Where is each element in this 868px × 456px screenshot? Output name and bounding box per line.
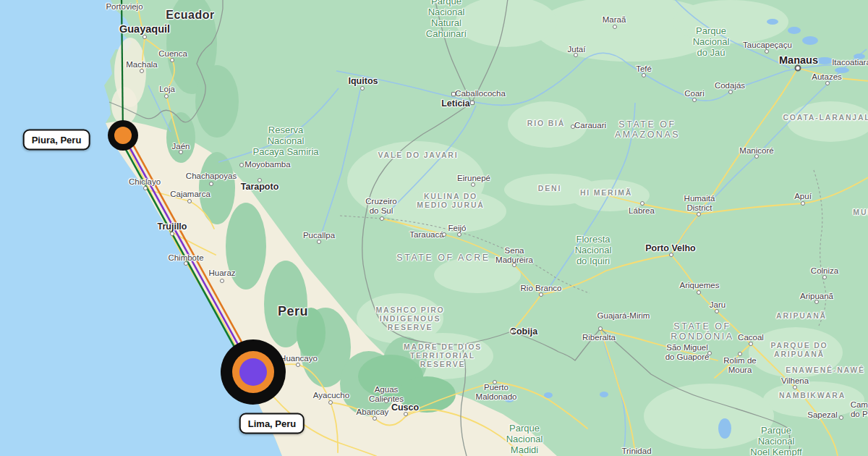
city-label-apui: Apuí bbox=[794, 192, 812, 201]
city-label-itacoatiara: Itacoatiara bbox=[832, 58, 868, 67]
area-label-coata-laranjal: COATA-LARANJAL bbox=[783, 113, 868, 122]
city-dot-tefe bbox=[642, 73, 646, 77]
city-dot-cajamarca bbox=[187, 199, 192, 203]
city-label-guayaquil: Guayaquil bbox=[119, 23, 170, 35]
city-dot-aguas-calientes bbox=[384, 399, 388, 403]
city-dot-cruzeiro-do-sul bbox=[380, 216, 384, 221]
city-label-chachapoyas: Chachapoyas bbox=[186, 172, 237, 181]
city-label-caballococha: Caballococha bbox=[455, 89, 506, 98]
area-label-hi-merima: HI MERIMÃ bbox=[580, 188, 632, 197]
city-label-camp-do-pa: Camp do Pa bbox=[851, 400, 868, 419]
area-label-mun: MUN bbox=[853, 208, 868, 216]
city-dot-cusco bbox=[404, 412, 408, 416]
city-dot-cobija bbox=[510, 329, 514, 334]
city-dot-autazes bbox=[825, 81, 830, 85]
city-dot-guajara-mirim bbox=[598, 326, 603, 331]
city-label-guajara-mirim: Guajará-Mirim bbox=[597, 311, 650, 321]
area-label-madre-de-dios-territorial-reserve: MADRE DE DIOS TERRITORIAL RESERVE bbox=[404, 342, 482, 368]
city-label-portoviejo: Portoviejo bbox=[106, 2, 142, 12]
country-label-ecuador: Ecuador bbox=[166, 9, 215, 22]
city-dot-codajas bbox=[728, 90, 733, 94]
city-dot-colniza bbox=[822, 275, 827, 279]
city-dot-manicore bbox=[754, 154, 759, 159]
map-canvas[interactable]: Reserva Nacional Pacaya SamiriaParque Na… bbox=[0, 0, 868, 456]
city-label-tarauaca: Tarauacá bbox=[409, 230, 443, 240]
city-dot-coari bbox=[692, 98, 697, 102]
marker-chip-piura: Piura, Peru bbox=[23, 130, 90, 151]
city-dot-abancay bbox=[373, 416, 377, 421]
marker-lima-ring-2 bbox=[239, 358, 267, 386]
area-label-mashco-piro-indigenous-reserve: MASHCO PIRO INDIGENOUS RESERVE bbox=[375, 305, 444, 332]
city-label-sao-miguel-do-guapore: São Miguel do Guaporé bbox=[665, 343, 710, 362]
area-label-deni: DENI bbox=[538, 184, 561, 193]
city-dot-eirunepe bbox=[471, 182, 475, 187]
marker-piura-ring-1 bbox=[114, 127, 132, 144]
map-labels: Reserva Nacional Pacaya SamiriaParque Na… bbox=[0, 0, 868, 456]
city-dot-moyobamba bbox=[239, 163, 244, 167]
city-dot-labrea bbox=[640, 201, 644, 206]
city-dot-rolim-de-moura bbox=[738, 352, 742, 356]
area-label-nambikwara: NAMBIKWARA bbox=[779, 391, 846, 400]
city-label-maraa: Maraã bbox=[603, 15, 626, 25]
city-label-ayacucho: Ayacucho bbox=[313, 391, 349, 400]
city-label-cajamarca: Cajamarca bbox=[170, 190, 210, 199]
city-dot-loja bbox=[164, 94, 169, 98]
city-dot-guayaquil bbox=[142, 35, 147, 39]
city-label-tarapoto: Tarapoto bbox=[241, 182, 279, 192]
city-dot-maraa bbox=[613, 25, 617, 29]
city-dot-leticia bbox=[470, 101, 475, 105]
city-dot-sena-madureira bbox=[512, 263, 516, 267]
area-label-parque-do-aripuana: PARQUE DO ARIPUANÃ bbox=[770, 341, 827, 358]
park-label-parque-nacional-natural-cahuinari: Parque Nacional Natural Cahuinarí bbox=[426, 0, 467, 40]
city-dot-iquitos bbox=[360, 86, 365, 90]
area-label-aripuana: ARIPUANÃ bbox=[776, 311, 827, 320]
city-dot-aripuana bbox=[814, 300, 819, 304]
area-label-kulina-do-medio-jurua: KULINA DO MEDIO JURUÁ bbox=[417, 192, 484, 209]
city-label-humaita-district: Humaitá District bbox=[684, 194, 715, 213]
city-dot-jaru bbox=[715, 309, 719, 313]
city-dot-trujillo bbox=[170, 232, 174, 236]
city-dot-cuenca bbox=[170, 58, 174, 62]
city-label-rolim-de-moura: Rolim de Moura bbox=[723, 356, 756, 375]
city-dot-jutai bbox=[574, 53, 578, 57]
city-dot-apui bbox=[801, 201, 805, 206]
area-label-vale-do-javari: VALE DO JAVARI bbox=[378, 151, 459, 159]
park-label-reserva-nacional-pacaya-samiria: Reserva Nacional Pacaya Samiria bbox=[252, 125, 318, 158]
city-dot-sapezal bbox=[839, 415, 843, 420]
city-label-feijo: Feijó bbox=[448, 224, 467, 233]
city-label-cruzeiro-do-sul: Cruzeiro do Sul bbox=[365, 197, 396, 216]
city-dot-huaraz bbox=[220, 279, 224, 283]
city-dot-vilhena bbox=[793, 385, 797, 389]
city-dot-puerto-maldonado bbox=[493, 380, 497, 384]
city-dot-manaus bbox=[795, 65, 801, 72]
city-label-iquitos: Iquitos bbox=[349, 76, 378, 86]
state-label-state-of-acre: STATE OF ACRE bbox=[396, 253, 490, 263]
city-dot-ariquemes bbox=[697, 290, 701, 295]
city-dot-tarauaca bbox=[442, 232, 446, 237]
park-label-floresta-nacional-do-iquiri: Floresta Nacional do Iquiri bbox=[575, 235, 612, 267]
country-label-peru: Peru bbox=[278, 304, 308, 319]
city-dot-feijo bbox=[457, 232, 461, 237]
city-label-labrea: Lábrea bbox=[629, 206, 655, 216]
city-dot-jaen bbox=[179, 150, 183, 154]
city-label-carauari: Carauari bbox=[574, 121, 606, 130]
city-dot-chiclayo bbox=[143, 186, 148, 190]
city-dot-pucallpa bbox=[317, 240, 321, 244]
city-dot-carauari bbox=[571, 124, 575, 129]
city-dot-huancayo bbox=[296, 363, 300, 367]
city-dot-chimbote bbox=[184, 261, 188, 266]
city-label-puerto-maldonado: Puerto Maldonado bbox=[476, 383, 517, 402]
park-label-parque-nacional-do-jau: Parque Nacional do Jaú bbox=[693, 26, 730, 59]
area-label-enawene-nawe: ENAWENÊ-NAWÊ bbox=[786, 366, 865, 374]
city-dot-porto-velho bbox=[669, 253, 673, 257]
city-dot-humaita-district bbox=[697, 212, 701, 216]
city-label-leticia: Leticia bbox=[441, 98, 470, 109]
state-label-state-of-rondonia: STATE OF RONDÔNIA bbox=[671, 321, 733, 342]
city-dot-chachapoyas bbox=[209, 182, 213, 186]
city-dot-machala bbox=[140, 69, 144, 73]
city-label-trujillo: Trujillo bbox=[158, 221, 187, 232]
city-label-trinidad: Trinidad bbox=[621, 447, 651, 456]
city-label-abancay: Abancay bbox=[357, 408, 389, 417]
city-label-sapezal: Sapezal bbox=[807, 410, 838, 420]
city-dot-taucapecacu bbox=[765, 49, 769, 54]
